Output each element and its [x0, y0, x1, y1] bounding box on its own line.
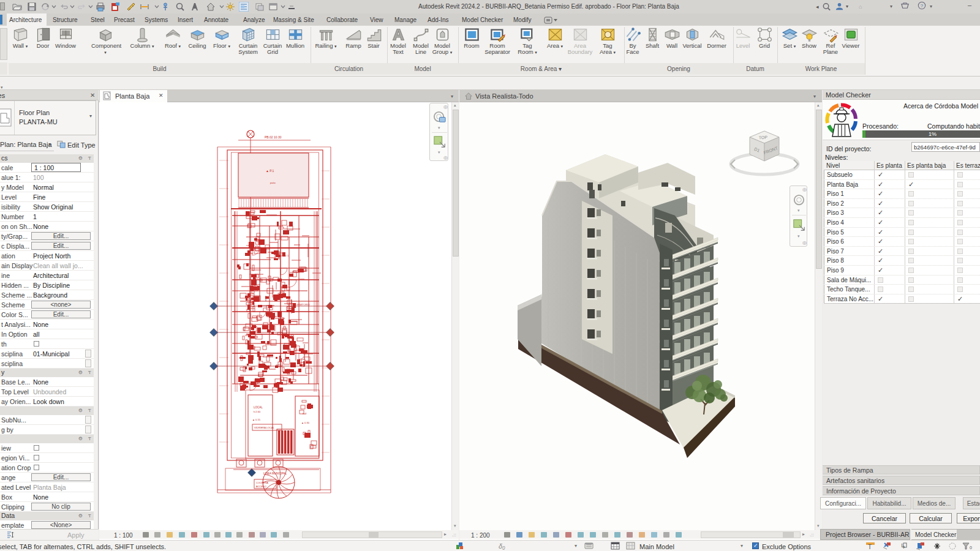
svg-text:PB.02 10.30: PB.02 10.30 — [265, 135, 282, 139]
svg-text:TOP: TOP — [758, 135, 767, 140]
svg-text:estar: estar — [286, 343, 292, 347]
svg-text:VIDRIERA LOCAL: VIDRIERA LOCAL — [254, 426, 275, 429]
svg-text:lav: lav — [245, 334, 248, 337]
svg-text:▲ 0.30: ▲ 0.30 — [301, 421, 310, 424]
svg-text:?: ? — [921, 3, 924, 9]
svg-text:▲ 0.15: ▲ 0.15 — [252, 418, 261, 421]
svg-text:hall: hall — [303, 412, 306, 415]
svg-text:ACCESO: ACCESO — [256, 485, 266, 488]
svg-text:COCHERA: COCHERA — [256, 481, 268, 484]
svg-text:dor 1: dor 1 — [283, 254, 289, 257]
svg-text:patio: patio — [270, 181, 276, 184]
svg-text:LOCAL: LOCAL — [254, 406, 263, 409]
svg-text:0: 0 — [970, 545, 972, 550]
svg-text:bano: bano — [249, 307, 255, 310]
svg-text:h:2.60: h:2.60 — [254, 410, 261, 413]
svg-text:T: T — [868, 544, 872, 550]
svg-text:▲ P.1: ▲ P.1 — [266, 169, 274, 173]
svg-text:DORMITORIO: DORMITORIO — [294, 303, 310, 306]
svg-text:coc: coc — [246, 244, 250, 247]
